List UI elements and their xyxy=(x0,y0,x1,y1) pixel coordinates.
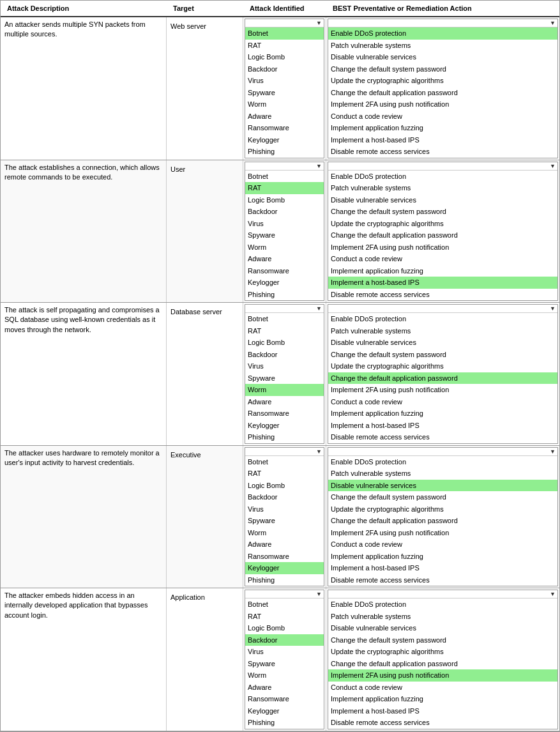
attack-item-1-7[interactable]: Adware xyxy=(245,253,324,265)
action-item-2-5[interactable]: Change the default application password xyxy=(328,372,557,385)
action-item-4-7[interactable]: Conduct a code review xyxy=(328,682,557,694)
attack-item-4-6[interactable]: Worm xyxy=(245,669,324,682)
attack-item-4-10[interactable]: Phishing xyxy=(245,717,324,729)
attack-item-3-6[interactable]: Worm xyxy=(245,527,324,539)
attack-item-0-0[interactable]: Botnet xyxy=(245,27,324,40)
attack-item-1-9[interactable]: Keylogger xyxy=(245,277,324,289)
action-item-1-6[interactable]: Implement 2FA using push notification xyxy=(328,241,557,254)
action-item-4-0[interactable]: Enable DDoS protection xyxy=(328,599,557,611)
attack-item-4-3[interactable]: Backdoor xyxy=(245,634,324,646)
action-item-4-2[interactable]: Disable vulnerable services xyxy=(328,622,557,634)
action-dropdown-arrow-2[interactable]: ▼ xyxy=(550,305,556,312)
action-item-0-5[interactable]: Change the default application password xyxy=(328,87,557,99)
attack-item-3-8[interactable]: Ransomware xyxy=(245,551,324,563)
action-item-3-2[interactable]: Disable vulnerable services xyxy=(328,480,557,492)
action-item-0-10[interactable]: Disable remote access services xyxy=(328,146,557,158)
action-listbox-4[interactable]: ▼Enable DDoS protectionPatch vulnerable … xyxy=(328,590,558,729)
attack-item-2-3[interactable]: Backdoor xyxy=(245,349,324,361)
action-listbox-1[interactable]: ▼Enable DDoS protectionPatch vulnerable … xyxy=(328,162,558,301)
attack-item-0-1[interactable]: RAT xyxy=(245,40,324,52)
action-item-2-0[interactable]: Enable DDoS protection xyxy=(328,313,557,325)
action-item-3-8[interactable]: Implement application fuzzing xyxy=(328,551,557,563)
action-item-2-10[interactable]: Disable remote access services xyxy=(328,431,557,443)
action-dropdown-arrow-1[interactable]: ▼ xyxy=(550,163,556,169)
action-item-0-3[interactable]: Change the default system password xyxy=(328,63,557,75)
action-item-1-5[interactable]: Change the default application password xyxy=(328,229,557,241)
action-item-0-2[interactable]: Disable vulnerable services xyxy=(328,51,557,63)
action-item-3-6[interactable]: Implement 2FA using push notification xyxy=(328,527,557,539)
action-item-3-5[interactable]: Change the default application password xyxy=(328,515,557,527)
action-item-2-7[interactable]: Conduct a code review xyxy=(328,396,557,408)
attack-listbox-1[interactable]: ▼BotnetRATLogic BombBackdoorVirusSpyware… xyxy=(245,162,324,301)
action-item-2-1[interactable]: Patch vulnerable systems xyxy=(328,325,557,337)
attack-listbox-2[interactable]: ▼BotnetRATLogic BombBackdoorVirusSpyware… xyxy=(245,304,324,444)
attack-item-1-4[interactable]: Virus xyxy=(245,218,324,230)
attack-dropdown-arrow-1[interactable]: ▼ xyxy=(316,163,322,169)
action-dropdown-arrow-3[interactable]: ▼ xyxy=(550,448,556,455)
action-item-3-7[interactable]: Conduct a code review xyxy=(328,538,557,551)
attack-item-4-9[interactable]: Keylogger xyxy=(245,705,324,717)
attack-item-4-7[interactable]: Adware xyxy=(245,682,324,694)
action-item-4-1[interactable]: Patch vulnerable systems xyxy=(328,611,557,623)
action-item-2-4[interactable]: Update the cryptographic algorithms xyxy=(328,360,557,372)
action-item-1-0[interactable]: Enable DDoS protection xyxy=(328,171,557,183)
attack-dropdown-arrow-0[interactable]: ▼ xyxy=(316,20,322,26)
attack-item-2-5[interactable]: Spyware xyxy=(245,372,324,385)
action-item-4-10[interactable]: Disable remote access services xyxy=(328,717,557,729)
attack-item-4-4[interactable]: Virus xyxy=(245,646,324,658)
action-item-4-9[interactable]: Implement a host-based IPS xyxy=(328,705,557,717)
action-item-4-4[interactable]: Update the cryptographic algorithms xyxy=(328,646,557,658)
attack-item-3-10[interactable]: Phishing xyxy=(245,574,324,586)
action-item-0-8[interactable]: Implement application fuzzing xyxy=(328,122,557,134)
attack-item-2-7[interactable]: Adware xyxy=(245,396,324,408)
attack-item-2-2[interactable]: Logic Bomb xyxy=(245,337,324,349)
action-item-2-9[interactable]: Implement a host-based IPS xyxy=(328,420,557,432)
attack-item-0-2[interactable]: Logic Bomb xyxy=(245,51,324,63)
attack-item-3-9[interactable]: Keylogger xyxy=(245,562,324,574)
attack-item-1-0[interactable]: Botnet xyxy=(245,171,324,183)
action-item-4-3[interactable]: Change the default system password xyxy=(328,634,557,646)
action-item-0-1[interactable]: Patch vulnerable systems xyxy=(328,40,557,52)
attack-dropdown-arrow-2[interactable]: ▼ xyxy=(316,305,322,312)
action-item-3-1[interactable]: Patch vulnerable systems xyxy=(328,468,557,480)
attack-item-3-7[interactable]: Adware xyxy=(245,538,324,551)
attack-item-2-8[interactable]: Ransomware xyxy=(245,408,324,420)
attack-item-2-6[interactable]: Worm xyxy=(245,384,324,396)
action-item-2-2[interactable]: Disable vulnerable services xyxy=(328,337,557,349)
action-item-2-6[interactable]: Implement 2FA using push notification xyxy=(328,384,557,396)
attack-item-2-9[interactable]: Keylogger xyxy=(245,420,324,432)
action-item-3-10[interactable]: Disable remote access services xyxy=(328,574,557,586)
action-item-1-10[interactable]: Disable remote access services xyxy=(328,289,557,301)
attack-item-3-5[interactable]: Spyware xyxy=(245,515,324,527)
action-dropdown-arrow-4[interactable]: ▼ xyxy=(550,591,556,597)
action-item-3-4[interactable]: Update the cryptographic algorithms xyxy=(328,503,557,515)
attack-item-2-10[interactable]: Phishing xyxy=(245,431,324,443)
action-item-1-1[interactable]: Patch vulnerable systems xyxy=(328,182,557,194)
attack-item-3-0[interactable]: Botnet xyxy=(245,456,324,468)
action-listbox-3[interactable]: ▼Enable DDoS protectionPatch vulnerable … xyxy=(328,447,558,587)
attack-item-0-5[interactable]: Spyware xyxy=(245,87,324,99)
action-item-3-0[interactable]: Enable DDoS protection xyxy=(328,456,557,468)
action-item-2-8[interactable]: Implement application fuzzing xyxy=(328,408,557,420)
action-item-0-4[interactable]: Update the cryptographic algorithms xyxy=(328,75,557,87)
attack-item-1-10[interactable]: Phishing xyxy=(245,289,324,301)
action-item-4-8[interactable]: Implement application fuzzing xyxy=(328,693,557,705)
attack-item-4-0[interactable]: Botnet xyxy=(245,599,324,611)
attack-item-1-6[interactable]: Worm xyxy=(245,241,324,254)
attack-item-4-2[interactable]: Logic Bomb xyxy=(245,622,324,634)
action-item-0-0[interactable]: Enable DDoS protection xyxy=(328,27,557,40)
action-item-4-6[interactable]: Implement 2FA using push notification xyxy=(328,669,557,682)
attack-item-3-4[interactable]: Virus xyxy=(245,503,324,515)
action-listbox-0[interactable]: ▼Enable DDoS protectionPatch vulnerable … xyxy=(328,19,558,158)
action-item-1-3[interactable]: Change the default system password xyxy=(328,206,557,218)
action-item-3-3[interactable]: Change the default system password xyxy=(328,491,557,503)
attack-item-3-3[interactable]: Backdoor xyxy=(245,491,324,503)
attack-dropdown-arrow-4[interactable]: ▼ xyxy=(316,591,322,597)
attack-dropdown-arrow-3[interactable]: ▼ xyxy=(316,448,322,455)
attack-item-0-9[interactable]: Keylogger xyxy=(245,134,324,146)
attack-item-1-8[interactable]: Ransomware xyxy=(245,265,324,277)
attack-listbox-3[interactable]: ▼BotnetRATLogic BombBackdoorVirusSpyware… xyxy=(245,447,324,587)
attack-item-1-5[interactable]: Spyware xyxy=(245,229,324,241)
attack-listbox-0[interactable]: ▼BotnetRATLogic BombBackdoorVirusSpyware… xyxy=(245,19,324,158)
attack-item-4-5[interactable]: Spyware xyxy=(245,658,324,670)
